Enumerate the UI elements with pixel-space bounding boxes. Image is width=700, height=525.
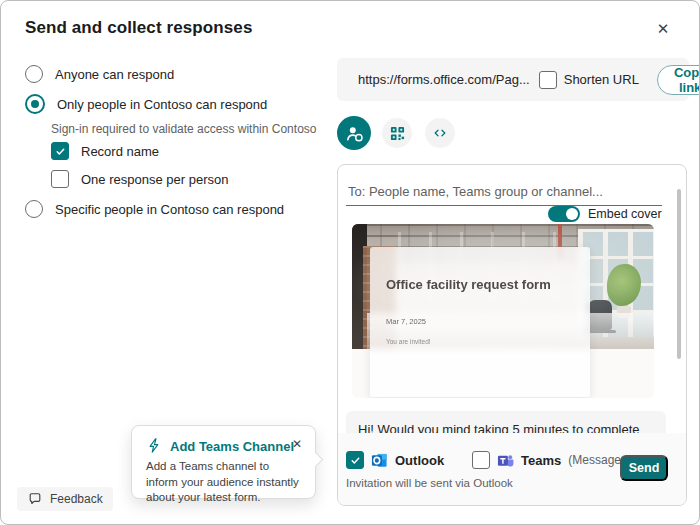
panel-footer: Outlook Teams (Message only) Invitation … <box>338 433 686 505</box>
radio-unselected-icon[interactable] <box>25 65 43 83</box>
teams-label: Teams <box>521 453 561 468</box>
embed-cover-label: Embed cover <box>588 207 662 221</box>
shorten-url-checkbox[interactable]: Shorten URL <box>539 71 639 89</box>
copy-link-button[interactable]: Copy link <box>657 65 700 95</box>
teams-checkbox[interactable] <box>472 451 490 469</box>
outlook-label: Outlook <box>395 453 444 468</box>
share-url-text: https://forms.office.com/Pag... <box>358 72 530 87</box>
invitation-note: Invitation will be sent via Outlook <box>346 477 513 489</box>
share-via-qr-button[interactable] <box>382 118 412 148</box>
option-label: Only people in Contoso can respond <box>57 97 267 112</box>
checkbox-one-response[interactable]: One response per person <box>51 170 228 188</box>
panel-scrollbar[interactable] <box>677 189 681 359</box>
outlook-icon <box>371 452 388 469</box>
share-via-people-button[interactable] <box>337 116 371 150</box>
teams-icon <box>497 452 514 469</box>
tip-close-icon[interactable]: ✕ <box>289 436 305 452</box>
checkbox-record-name[interactable]: Record name <box>51 142 159 160</box>
tip-body: Add a Teams channel to inform your audie… <box>146 459 304 506</box>
person-invite-icon <box>345 124 364 143</box>
checkbox-unchecked-icon[interactable] <box>539 71 557 89</box>
option-description: Sign-in required to validate access with… <box>51 122 316 136</box>
radio-selected-icon[interactable] <box>25 94 45 114</box>
option-label: Anyone can respond <box>55 67 174 82</box>
to-recipients-input[interactable] <box>346 177 662 206</box>
option-anyone[interactable]: Anyone can respond <box>25 65 174 83</box>
form-date: Mar 7, 2025 <box>386 317 426 326</box>
qr-code-icon <box>390 126 405 141</box>
form-cover-preview: Office facility request form Mar 7, 2025… <box>352 224 654 398</box>
checkmark-icon <box>350 455 361 466</box>
outlook-checkbox[interactable] <box>346 451 364 469</box>
feedback-label: Feedback <box>50 492 103 506</box>
checkmark-icon <box>55 146 66 157</box>
tip-title: Add Teams Channel <box>170 439 294 454</box>
shorten-url-label: Shorten URL <box>564 72 639 87</box>
close-icon[interactable]: ✕ <box>651 17 675 41</box>
share-link-bar: https://forms.office.com/Pag... Shorten … <box>337 58 689 101</box>
radio-unselected-icon[interactable] <box>25 200 43 218</box>
form-title: Office facility request form <box>386 277 551 292</box>
send-collect-dialog: Send and collect responses ✕ Anyone can … <box>0 0 700 525</box>
checkbox-unchecked-icon[interactable] <box>51 170 69 188</box>
checkbox-checked-icon[interactable] <box>51 142 69 160</box>
form-cover-card: Office facility request form Mar 7, 2025… <box>370 247 590 397</box>
feedback-button[interactable]: Feedback <box>17 487 113 511</box>
checkbox-label: One response per person <box>81 172 228 187</box>
lightning-icon <box>146 437 163 458</box>
share-via-embed-button[interactable] <box>425 118 455 148</box>
channel-options-row: Outlook Teams (Message only) <box>346 451 650 469</box>
teams-send-panel: Embed cover Office facility request form <box>337 164 687 506</box>
send-button[interactable]: Send <box>620 455 668 481</box>
form-invite-text: You are invited! <box>386 338 431 345</box>
option-only-contoso[interactable]: Only people in Contoso can respond <box>25 94 267 114</box>
embed-cover-toggle[interactable] <box>548 206 580 222</box>
speech-bubble-icon <box>27 491 43 507</box>
checkbox-label: Record name <box>81 144 159 159</box>
dialog-title: Send and collect responses <box>25 18 252 38</box>
option-label: Specific people in Contoso can respond <box>55 202 284 217</box>
option-specific-people[interactable]: Specific people in Contoso can respond <box>25 200 284 218</box>
code-embed-icon <box>432 125 448 141</box>
add-teams-channel-tip: Add Teams Channel ✕ Add a Teams channel … <box>131 425 316 499</box>
